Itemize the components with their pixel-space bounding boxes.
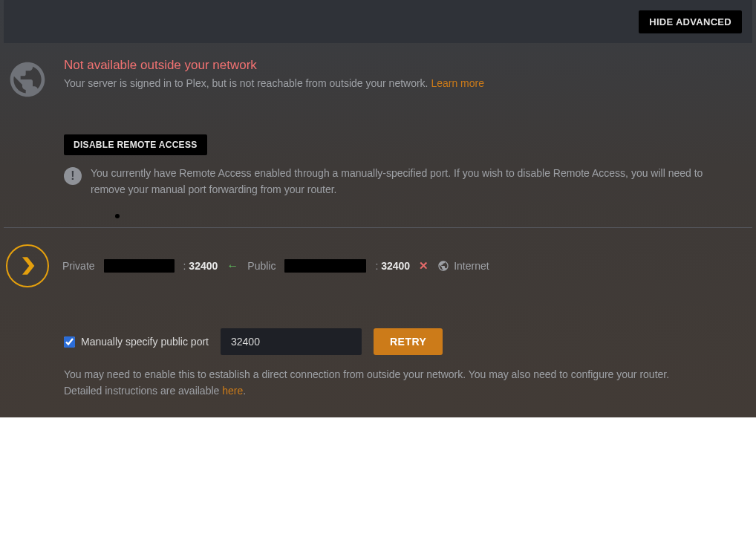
public-port: 32400 — [381, 260, 410, 272]
status-title: Not available outside your network — [64, 58, 484, 73]
public-port-sep: : 32400 — [375, 260, 410, 272]
decorative-dot — [115, 214, 120, 218]
port-config-section: Manually specify public port RETRY You m… — [64, 328, 749, 399]
disable-remote-access-button[interactable]: DISABLE REMOTE ACCESS — [64, 134, 207, 155]
port-help-text: You may need to enable this to establish… — [64, 367, 710, 399]
hide-advanced-button[interactable]: HIDE ADVANCED — [639, 10, 742, 33]
private-port: 32400 — [189, 260, 218, 272]
retry-button[interactable]: RETRY — [374, 328, 443, 355]
connection-row: Private : 32400 ← Public : 32400 ✕ Inter… — [0, 244, 756, 287]
public-label: Public — [247, 260, 276, 272]
connection-items: Private : 32400 ← Public : 32400 ✕ Inter… — [62, 259, 489, 273]
internet-label: Internet — [454, 260, 489, 272]
status-subtitle: Your server is signed in to Plex, but is… — [64, 77, 484, 89]
internet-globe-icon — [437, 260, 449, 272]
manual-port-checkbox-label[interactable]: Manually specify public port — [64, 336, 209, 348]
status-section: Not available outside your network Your … — [0, 58, 756, 101]
section-divider — [4, 227, 752, 228]
status-subtitle-text: Your server is signed in to Plex, but is… — [64, 77, 431, 89]
internet-indicator: Internet — [437, 260, 489, 272]
remote-access-panel: HIDE ADVANCED Not available outside your… — [0, 0, 756, 417]
x-mark-icon: ✕ — [419, 259, 428, 273]
port-help-link[interactable]: here — [222, 385, 243, 397]
disable-info-text: You currently have Remote Access enabled… — [91, 166, 737, 198]
port-help-suffix: . — [243, 385, 246, 397]
private-ip-redacted — [104, 259, 175, 273]
exclamation-icon: ! — [64, 167, 82, 185]
status-text: Not available outside your network Your … — [64, 58, 484, 89]
manual-port-label-text: Manually specify public port — [81, 336, 209, 348]
learn-more-link[interactable]: Learn more — [431, 77, 484, 89]
manual-port-checkbox[interactable] — [64, 336, 75, 348]
port-config-row: Manually specify public port RETRY — [64, 328, 749, 355]
arrow-left-icon: ← — [227, 259, 238, 273]
private-port-sep: : 32400 — [183, 260, 218, 272]
public-ip-redacted — [284, 259, 366, 273]
disable-section: DISABLE REMOTE ACCESS ! You currently ha… — [64, 134, 749, 198]
globe-icon — [6, 58, 49, 101]
plex-logo-icon — [6, 244, 49, 287]
port-help-prefix: You may need to enable this to establish… — [64, 368, 669, 397]
public-port-input[interactable] — [221, 328, 362, 355]
top-bar: HIDE ADVANCED — [4, 0, 752, 43]
private-label: Private — [62, 260, 95, 272]
disable-info-row: ! You currently have Remote Access enabl… — [64, 166, 749, 198]
